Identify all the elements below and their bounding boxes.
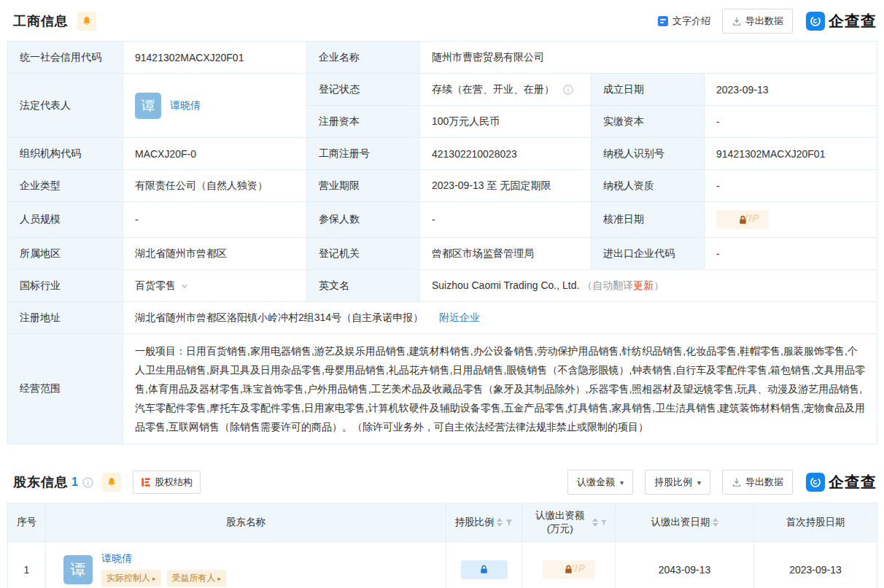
reg-status-label: 登记状态 <box>307 74 420 106</box>
export-data-button[interactable]: 导出数据 <box>722 470 793 495</box>
qcc-brand-name: 企查查 <box>829 11 877 31</box>
info-icon[interactable] <box>563 85 573 95</box>
taxpayer-qual-label: 纳税人资质 <box>592 170 705 202</box>
qcc-logo-icon <box>806 473 825 492</box>
table-row: 组织机构代码 MACXJ20F-0 工商注册号 421302210028023 … <box>8 138 877 170</box>
taxpayer-id-label: 纳税人识别号 <box>592 138 705 170</box>
vip-locked-amount[interactable]: VIP <box>543 560 595 579</box>
qcc-logo-icon <box>806 12 825 31</box>
sort-amount-dropdown[interactable]: 认缴金额 ▾ <box>567 470 633 495</box>
vip-locked-value[interactable]: VIP <box>716 210 769 229</box>
staff-size-label: 人员规模 <box>8 202 123 238</box>
taxpayer-qual-value: - <box>705 170 877 202</box>
shareholder-row: 1 谭 谭晓倩 实际控制人 ▸ 受益所有人 ▸ <box>8 542 877 588</box>
business-term-label: 营业期限 <box>307 170 420 202</box>
industry-label: 国标行业 <box>8 270 123 302</box>
establish-date-value: 2023-09-13 <box>705 74 877 106</box>
col-amount-label: 认缴出资额(万元) <box>530 509 590 535</box>
legal-rep-cell: 谭 谭晓倩 <box>123 74 307 138</box>
chevron-down-icon[interactable] <box>180 282 189 290</box>
legal-rep-avatar[interactable]: 谭 <box>135 93 161 119</box>
col-sub-date-label: 认缴出资日期 <box>651 516 710 529</box>
export-data-label: 导出数据 <box>745 476 783 489</box>
reg-status-cell: 存续（在营、开业、在册） <box>420 74 592 106</box>
reg-authority-label: 登记机关 <box>307 238 420 270</box>
auto-translate-note-close: ） <box>654 279 664 291</box>
legal-rep-label: 法定代表人 <box>8 74 123 138</box>
org-code-label: 组织机构代码 <box>8 138 123 170</box>
actual-controller-label: 实际控制人 <box>106 572 150 584</box>
business-info-table: 统一社会信用代码 91421302MACXJ20F01 企业名称 随州市曹密贸易… <box>7 41 877 444</box>
reg-status-value: 存续（在营、开业、在册） <box>432 83 554 96</box>
paid-capital-value: - <box>705 106 877 138</box>
monitor-bell-button[interactable] <box>77 12 96 31</box>
auto-translate-note: （自动翻译 <box>582 279 633 291</box>
english-name-cell: Suizhou Caomi Trading Co., Ltd. （自动翻译更新） <box>420 270 877 302</box>
sort-toggle[interactable] <box>592 518 598 527</box>
shareholder-name-link[interactable]: 谭晓倩 <box>101 552 132 565</box>
lock-icon <box>563 564 574 575</box>
beneficial-owner-label: 受益所有人 <box>172 572 216 584</box>
region-value: 湖北省随州市曾都区 <box>123 238 307 270</box>
company-type-value: 有限责任公司（自然人独资） <box>123 170 307 202</box>
company-name-value: 随州市曹密贸易有限公司 <box>420 42 877 74</box>
beneficial-owner-tag[interactable]: 受益所有人 ▸ <box>167 570 227 587</box>
col-amount: 认缴出资额(万元) <box>522 503 616 542</box>
legal-rep-name-link[interactable]: 谭晓倩 <box>170 99 201 112</box>
equity-structure-button[interactable]: 股权结构 <box>133 471 201 494</box>
sort-ratio-dropdown[interactable]: 持股比例 ▾ <box>645 470 710 495</box>
company-type-label: 企业类型 <box>8 170 123 202</box>
insured-count-value: - <box>420 202 592 238</box>
insured-count-label: 参保人数 <box>307 202 420 238</box>
credit-code-value: 91421302MACXJ20F01 <box>123 42 307 74</box>
credit-code-label: 统一社会信用代码 <box>8 42 123 74</box>
col-no: 序号 <box>8 503 46 542</box>
approval-date-label: 核准日期 <box>592 202 705 238</box>
reg-no-label: 工商注册号 <box>307 138 420 170</box>
actual-controller-tag[interactable]: 实际控制人 ▸ <box>101 570 161 587</box>
equity-structure-label: 股权结构 <box>155 476 193 489</box>
nearby-companies-link[interactable]: 附近企业 <box>439 312 480 323</box>
sort-amount-label: 认缴金额 <box>577 476 615 489</box>
vip-locked-ratio[interactable] <box>461 560 508 579</box>
address-value: 湖北省随州市曾都区洛阳镇小岭冲村2组314号（自主承诺申报） <box>135 312 423 323</box>
text-document-icon <box>657 15 669 27</box>
english-name-label: 英文名 <box>307 270 420 302</box>
triangle-right-icon: ▸ <box>152 575 156 582</box>
page-title: 工商信息 <box>13 12 69 30</box>
info-icon[interactable] <box>82 477 93 488</box>
industry-cell: 百货零售 <box>123 270 307 302</box>
first-date-cell: 2023-09-13 <box>754 542 877 588</box>
lock-icon <box>478 564 489 575</box>
import-export-code-label: 进出口企业代码 <box>592 238 705 270</box>
table-row: 所属地区 湖北省随州市曾都区 登记机关 曾都区市场监督管理局 进出口企业代码 - <box>8 238 877 270</box>
business-term-value: 2023-09-13 至 无固定期限 <box>420 170 592 202</box>
download-icon <box>732 477 742 487</box>
filter-funnel-icon[interactable] <box>505 518 513 527</box>
table-row: 经营范围 一般项目：日用百货销售,家用电器销售,游艺及娱乐用品销售,建筑材料销售… <box>8 334 877 444</box>
translate-update-link[interactable]: 更新 <box>633 279 654 291</box>
shareholder-table-header-row: 序号 股东名称 持股比例 认缴出资额(万元) 认缴出资日期 <box>8 503 877 542</box>
org-code-value: MACXJ20F-0 <box>123 138 307 170</box>
col-first-date: 首次持股日期 <box>754 503 877 542</box>
import-export-code-value: - <box>705 238 877 270</box>
text-intro-label: 文字介绍 <box>672 15 710 28</box>
reg-authority-value: 曾都区市场监督管理局 <box>420 238 592 270</box>
table-row: 企业类型 有限责任公司（自然人独资） 营业期限 2023-09-13 至 无固定… <box>8 170 877 202</box>
filter-funnel-icon[interactable] <box>600 518 608 527</box>
export-data-button[interactable]: 导出数据 <box>722 9 793 34</box>
sort-toggle[interactable] <box>497 518 503 527</box>
shareholder-name-cell: 谭 谭晓倩 实际控制人 ▸ 受益所有人 ▸ <box>46 542 446 588</box>
english-name-value: Suizhou Caomi Trading Co., Ltd. <box>432 279 579 291</box>
shareholder-header: 股东信息 1 股权结构 认缴金额 ▾ 持股比例 ▾ 导出数据 <box>0 466 884 503</box>
bell-icon <box>106 477 117 487</box>
shareholder-avatar[interactable]: 谭 <box>63 555 93 584</box>
row-no: 1 <box>8 542 46 588</box>
sort-toggle[interactable] <box>713 518 718 527</box>
monitor-bell-button[interactable] <box>102 473 121 492</box>
export-data-label: 导出数据 <box>745 15 783 28</box>
sub-date-cell: 2043-09-13 <box>616 542 754 588</box>
text-intro-link[interactable]: 文字介绍 <box>657 15 710 28</box>
qcc-brand-name: 企查查 <box>829 472 877 492</box>
shareholder-title: 股东信息 <box>13 473 69 491</box>
